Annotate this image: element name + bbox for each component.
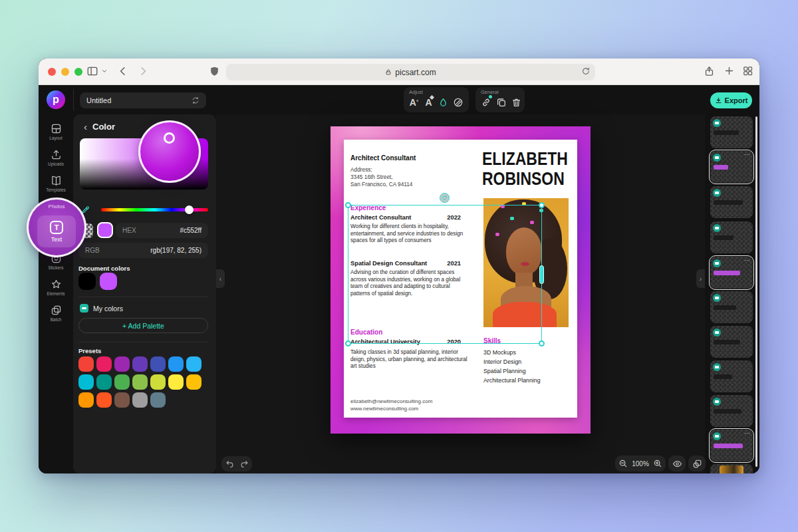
text-tool-spotlight: Photos T Text	[27, 198, 86, 257]
color-droplet-icon[interactable]	[438, 96, 448, 109]
resize-handle[interactable]	[539, 340, 545, 346]
preset-swatch[interactable]	[186, 356, 201, 372]
link-icon[interactable]	[481, 96, 491, 109]
font-size-icon[interactable]: A°	[409, 96, 419, 109]
minimize-window-button[interactable]	[61, 68, 69, 76]
resize-handle-middle[interactable]	[539, 265, 544, 284]
zoom-in-icon[interactable]	[653, 459, 662, 468]
undo-icon[interactable]	[225, 460, 234, 468]
sidebar-item-elements[interactable]: Elements	[39, 274, 73, 300]
document-title-input[interactable]: Untitled	[80, 92, 206, 108]
hue-slider[interactable]	[101, 208, 208, 211]
preset-swatch[interactable]	[96, 356, 112, 372]
hex-input[interactable]: HEX #c552ff	[116, 223, 208, 238]
document-color-swatch[interactable]	[78, 273, 96, 290]
collapse-right-panel-tab[interactable]: ›	[696, 269, 705, 288]
reload-icon[interactable]	[581, 66, 591, 76]
panel-title: Color	[92, 122, 115, 132]
color-picker-cursor[interactable]	[164, 132, 175, 144]
layer-thumbnail[interactable]: ⋯	[710, 151, 753, 183]
layer-thumbnail[interactable]	[710, 116, 753, 148]
preset-swatch[interactable]	[150, 374, 166, 390]
chevron-down-icon[interactable]	[101, 68, 108, 74]
share-icon[interactable]	[704, 65, 715, 78]
redo-icon[interactable]	[240, 460, 249, 468]
selection-box[interactable]	[348, 205, 542, 344]
layout-icon	[51, 123, 62, 134]
document-color-swatch[interactable]	[100, 273, 117, 290]
preset-swatch[interactable]	[168, 356, 184, 372]
preset-swatch[interactable]	[78, 356, 94, 372]
link-active-dot	[489, 95, 492, 98]
preset-swatch[interactable]	[114, 374, 130, 390]
close-window-button[interactable]	[48, 68, 56, 76]
preset-swatch[interactable]	[96, 374, 112, 390]
duplicate-icon[interactable]	[496, 96, 507, 109]
history-button[interactable]	[688, 456, 706, 471]
forward-button[interactable]	[137, 65, 149, 77]
divider	[78, 297, 208, 297]
browser-window: picsart.com p Untitled	[39, 59, 759, 473]
preset-swatch[interactable]	[78, 374, 94, 390]
preset-swatch[interactable]	[150, 356, 166, 372]
document-title-text: Untitled	[86, 96, 111, 104]
shield-icon[interactable]	[209, 65, 220, 78]
sidebar-toggle-icon[interactable]	[86, 65, 98, 77]
header-divider	[73, 89, 74, 110]
preset-swatch[interactable]	[132, 356, 148, 372]
layer-thumbnail[interactable]	[710, 186, 753, 218]
layer-thumbnail[interactable]	[710, 291, 753, 323]
panel-back-chevron-icon[interactable]: ‹	[84, 121, 87, 132]
preset-swatch[interactable]	[132, 392, 148, 408]
zoom-level[interactable]: 100%	[632, 460, 649, 467]
preset-swatch[interactable]	[168, 374, 184, 390]
tab-overview-icon[interactable]	[742, 65, 753, 76]
layer-thumbnail[interactable]	[710, 326, 753, 358]
trash-icon[interactable]	[511, 96, 521, 109]
current-color-swatch[interactable]	[97, 222, 113, 238]
rgb-input[interactable]: RGB rgb(197, 82, 255)	[78, 243, 208, 258]
sidebar-item-layout[interactable]: Layout	[39, 118, 73, 144]
layer-thumbnail[interactable]	[710, 464, 753, 473]
layer-thumbnail[interactable]	[710, 360, 753, 392]
sidebar-item-batch[interactable]: Batch	[39, 300, 73, 326]
fullscreen-window-button[interactable]	[74, 68, 82, 76]
preset-swatch[interactable]	[114, 356, 130, 372]
layer-thumbnail[interactable]: ⋯	[710, 257, 753, 289]
add-palette-button[interactable]: + Add Palette	[78, 318, 208, 333]
hue-slider-thumb[interactable]	[185, 205, 194, 214]
preset-swatch[interactable]	[150, 392, 166, 408]
sync-icon[interactable]	[192, 96, 200, 104]
texture-icon[interactable]	[453, 96, 464, 109]
my-colors-row[interactable]: My colors	[80, 304, 123, 313]
collapse-left-panel-tab[interactable]: ‹	[216, 269, 225, 288]
preset-swatch[interactable]	[132, 374, 148, 390]
sidebar-item-templates[interactable]: Templates	[39, 170, 73, 196]
resize-handle[interactable]	[345, 340, 351, 346]
preset-swatch[interactable]	[78, 392, 94, 408]
back-button[interactable]	[117, 65, 129, 77]
ai-text-icon[interactable]: A	[424, 96, 434, 109]
picsart-logo[interactable]: p	[47, 90, 65, 109]
layer-thumbnail[interactable]: ⋯	[710, 430, 753, 462]
text-tool-label: Text	[51, 236, 63, 243]
sidebar-item-uploads[interactable]: Uploads	[39, 144, 73, 170]
layers-scrollbar[interactable]	[755, 116, 757, 467]
preset-swatch[interactable]	[96, 392, 112, 408]
text-tool-magnified[interactable]: T Text	[37, 215, 76, 247]
layers-panel: ⋯ ⋯ ⋯	[705, 85, 759, 473]
elements-star-icon	[51, 279, 62, 290]
upload-icon	[51, 149, 62, 160]
eye-icon	[672, 459, 682, 469]
address-bar[interactable]: picsart.com	[226, 64, 595, 80]
zoom-out-icon[interactable]	[618, 459, 628, 468]
preset-swatch[interactable]	[114, 392, 130, 408]
resize-handle[interactable]	[539, 202, 545, 208]
new-tab-icon[interactable]	[724, 65, 735, 76]
preview-eye-button[interactable]	[668, 456, 686, 471]
layer-thumbnail[interactable]	[710, 395, 753, 427]
layer-thumbnail[interactable]	[710, 221, 753, 253]
rotate-handle[interactable]	[440, 193, 450, 203]
resize-handle[interactable]	[345, 202, 351, 208]
preset-swatch[interactable]	[186, 374, 201, 390]
